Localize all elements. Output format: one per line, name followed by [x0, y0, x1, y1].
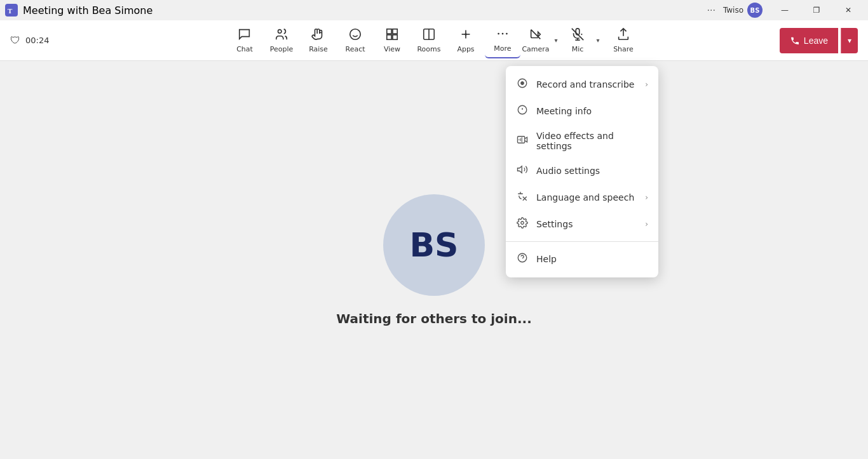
svg-text:T: T — [8, 7, 13, 15]
participant-avatar: BS — [383, 194, 485, 296]
menu-item-language[interactable]: Language and speech › — [506, 184, 658, 211]
chat-icon — [238, 27, 252, 43]
settings-label: Settings — [536, 219, 637, 229]
video-effects-icon — [516, 134, 529, 148]
mic-group: Mic ▾ — [564, 23, 604, 58]
security-icon: 🛡 — [10, 34, 20, 46]
titlebar: T Meeting with Bea Simone ··· Twiso BS —… — [0, 0, 868, 20]
menu-divider — [506, 241, 658, 242]
user-badge: Twiso BS — [723, 3, 763, 18]
help-label: Help — [536, 254, 648, 264]
close-button[interactable]: ✕ — [834, 0, 863, 20]
menu-item-record[interactable]: Record and transcribe › — [506, 71, 658, 98]
raise-icon — [311, 27, 325, 43]
audio-settings-label: Audio settings — [536, 166, 648, 176]
language-icon — [516, 190, 529, 204]
maximize-button[interactable]: ❐ — [802, 0, 831, 20]
camera-arrow-button[interactable]: ▾ — [550, 23, 562, 58]
more-dropdown-menu: Record and transcribe › Meeting info Vid… — [506, 66, 658, 277]
camera-off-icon — [529, 27, 543, 43]
leave-button[interactable]: Leave — [780, 28, 838, 53]
raise-label: Raise — [309, 45, 328, 53]
video-effects-label: Video effects and settings — [536, 131, 648, 151]
record-chevron-icon: › — [645, 80, 648, 89]
toolbar: 🛡 00:24 Chat People — [0, 20, 868, 61]
svg-point-29 — [521, 222, 524, 225]
svg-rect-7 — [393, 29, 397, 34]
people-button[interactable]: People — [264, 23, 299, 58]
svg-point-15 — [498, 33, 499, 35]
record-icon — [516, 77, 529, 91]
share-button[interactable]: Share — [606, 23, 641, 58]
mic-arrow-button[interactable]: ▾ — [592, 23, 604, 58]
menu-item-help[interactable]: Help — [506, 246, 658, 272]
titlebar-left: T Meeting with Bea Simone — [5, 4, 153, 17]
settings-icon — [516, 217, 529, 231]
svg-rect-6 — [387, 29, 391, 34]
menu-item-audio-settings[interactable]: Audio settings — [506, 157, 658, 184]
svg-point-16 — [502, 33, 504, 35]
people-label: People — [270, 45, 294, 53]
view-icon — [385, 27, 399, 43]
meeting-info-icon — [516, 104, 529, 118]
view-label: View — [384, 45, 400, 53]
svg-rect-8 — [387, 35, 391, 39]
more-label: More — [494, 44, 511, 53]
waiting-message: Waiting for others to join... — [336, 311, 531, 326]
settings-chevron-icon: › — [645, 220, 648, 229]
call-timer: 00:24 — [25, 36, 49, 45]
minimize-button[interactable]: — — [770, 0, 799, 20]
svg-point-2 — [278, 30, 282, 34]
phone-leave-icon — [790, 36, 800, 46]
help-icon — [516, 252, 529, 266]
people-icon — [275, 27, 288, 43]
menu-item-settings[interactable]: Settings › — [506, 211, 658, 237]
user-name: Twiso — [723, 6, 743, 15]
rooms-label: Rooms — [417, 45, 440, 53]
svg-point-21 — [521, 82, 524, 85]
svg-point-17 — [506, 33, 508, 35]
camera-label: Camera — [522, 45, 549, 53]
leave-arrow-button[interactable]: ▾ — [841, 28, 858, 53]
react-button[interactable]: React — [337, 23, 373, 58]
view-button[interactable]: View — [374, 23, 410, 58]
teams-logo-icon: T — [5, 4, 18, 17]
chat-button[interactable]: Chat — [227, 23, 262, 58]
raise-button[interactable]: Raise — [301, 23, 336, 58]
language-chevron-icon: › — [645, 193, 648, 202]
record-label: Record and transcribe — [536, 79, 637, 90]
menu-item-video-effects[interactable]: Video effects and settings — [506, 124, 658, 157]
rooms-icon — [422, 27, 436, 43]
svg-point-30 — [518, 253, 527, 262]
toolbar-right: Leave ▾ — [780, 28, 858, 53]
audio-settings-icon — [516, 164, 529, 178]
main-content: BS Waiting for others to join... — [0, 61, 868, 459]
apps-icon — [459, 27, 473, 43]
user-avatar: BS — [747, 3, 763, 18]
avatar-initials: BS — [409, 226, 458, 264]
mic-button[interactable]: Mic — [564, 23, 592, 58]
svg-rect-9 — [393, 35, 397, 39]
toolbar-center: Chat People Raise — [227, 23, 641, 58]
mic-label: Mic — [572, 45, 584, 53]
more-dots-btn[interactable]: ··· — [702, 3, 721, 18]
react-icon — [348, 27, 362, 43]
mic-off-icon — [571, 27, 585, 43]
more-icon — [496, 27, 510, 43]
chat-label: Chat — [236, 45, 253, 53]
share-label: Share — [613, 45, 634, 53]
more-button[interactable]: More — [485, 23, 520, 58]
apps-label: Apps — [457, 45, 474, 53]
camera-button[interactable]: Camera — [522, 23, 550, 58]
language-label: Language and speech — [536, 192, 637, 203]
svg-point-3 — [350, 29, 361, 40]
meeting-info-label: Meeting info — [536, 106, 648, 116]
titlebar-right: ··· Twiso BS — ❐ ✕ — [702, 0, 863, 20]
apps-button[interactable]: Apps — [448, 23, 484, 58]
menu-item-meeting-info[interactable]: Meeting info — [506, 98, 658, 124]
share-icon — [616, 27, 630, 43]
camera-group: Camera ▾ — [522, 23, 562, 58]
react-label: React — [345, 45, 365, 53]
rooms-button[interactable]: Rooms — [411, 23, 447, 58]
titlebar-title: Meeting with Bea Simone — [23, 4, 153, 17]
